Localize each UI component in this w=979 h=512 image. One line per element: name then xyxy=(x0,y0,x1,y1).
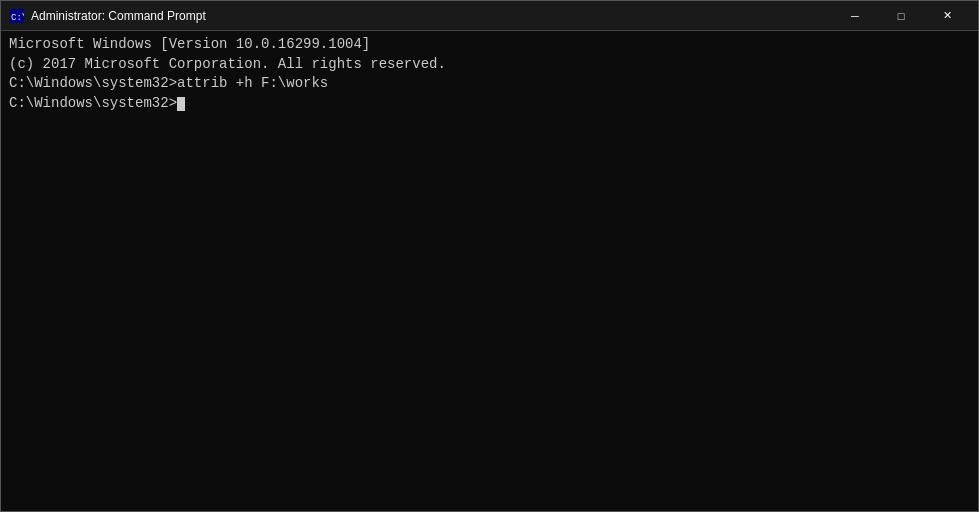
console-line-1: Microsoft Windows [Version 10.0.16299.10… xyxy=(9,35,970,55)
cmd-icon: C:\ xyxy=(9,8,25,24)
window-title: Administrator: Command Prompt xyxy=(31,9,832,23)
window-controls: ─ □ ✕ xyxy=(832,1,970,31)
close-button[interactable]: ✕ xyxy=(924,1,970,31)
console-line-2: (c) 2017 Microsoft Corporation. All righ… xyxy=(9,55,970,75)
console-output[interactable]: Microsoft Windows [Version 10.0.16299.10… xyxy=(1,31,978,511)
cursor xyxy=(177,97,185,111)
console-line-4: C:\Windows\system32>attrib +h F:\works xyxy=(9,74,970,94)
maximize-button[interactable]: □ xyxy=(878,1,924,31)
svg-text:C:\: C:\ xyxy=(11,13,24,23)
command-prompt-window: C:\ Administrator: Command Prompt ─ □ ✕ … xyxy=(0,0,979,512)
title-bar: C:\ Administrator: Command Prompt ─ □ ✕ xyxy=(1,1,978,31)
minimize-button[interactable]: ─ xyxy=(832,1,878,31)
console-prompt-line: C:\Windows\system32> xyxy=(9,94,970,114)
